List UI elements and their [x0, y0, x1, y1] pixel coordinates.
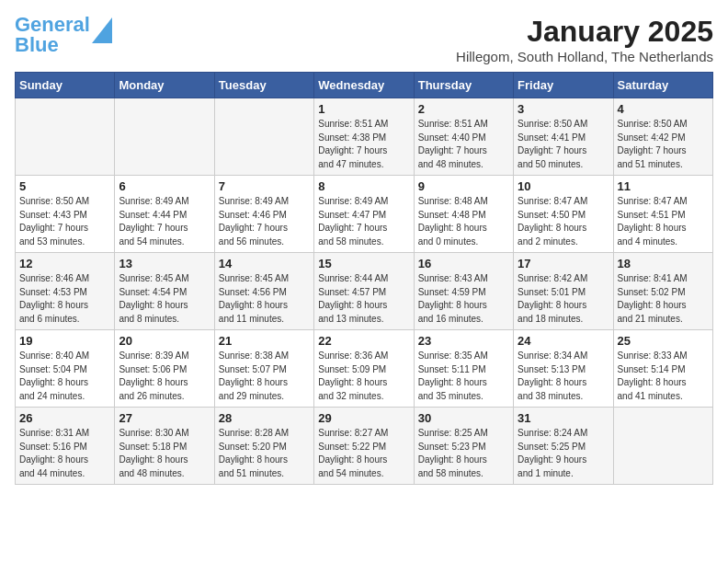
day-info: Sunrise: 8:46 AM Sunset: 4:53 PM Dayligh…	[19, 272, 110, 326]
day-info: Sunrise: 8:24 AM Sunset: 5:25 PM Dayligh…	[518, 427, 609, 480]
day-number: 7	[219, 179, 310, 193]
day-number: 30	[418, 411, 509, 425]
day-number: 3	[518, 102, 609, 116]
header-tuesday: Tuesday	[214, 73, 313, 98]
day-cell	[214, 98, 313, 176]
day-number: 18	[618, 257, 709, 270]
day-number: 8	[318, 179, 409, 193]
logo-text: GeneralBlue	[15, 15, 90, 55]
day-info: Sunrise: 8:45 AM Sunset: 4:56 PM Dayligh…	[219, 272, 310, 326]
svg-marker-0	[92, 17, 112, 43]
day-cell: 16Sunrise: 8:43 AM Sunset: 4:59 PM Dayli…	[414, 253, 513, 330]
day-number: 9	[418, 179, 509, 193]
day-info: Sunrise: 8:40 AM Sunset: 5:04 PM Dayligh…	[19, 350, 110, 403]
week-row-2: 5Sunrise: 8:50 AM Sunset: 4:43 PM Daylig…	[16, 176, 713, 253]
day-number: 21	[219, 334, 310, 348]
day-info: Sunrise: 8:30 AM Sunset: 5:18 PM Dayligh…	[119, 427, 210, 480]
day-cell: 8Sunrise: 8:49 AM Sunset: 4:47 PM Daylig…	[314, 176, 414, 253]
day-cell: 2Sunrise: 8:51 AM Sunset: 4:40 PM Daylig…	[414, 98, 513, 176]
day-number: 12	[19, 257, 110, 270]
day-info: Sunrise: 8:47 AM Sunset: 4:50 PM Dayligh…	[518, 195, 609, 248]
day-number: 29	[318, 411, 409, 425]
day-cell: 28Sunrise: 8:28 AM Sunset: 5:20 PM Dayli…	[214, 408, 313, 485]
header-monday: Monday	[115, 73, 214, 98]
day-info: Sunrise: 8:28 AM Sunset: 5:20 PM Dayligh…	[219, 427, 310, 480]
day-cell: 23Sunrise: 8:35 AM Sunset: 5:11 PM Dayli…	[414, 330, 513, 408]
day-cell: 4Sunrise: 8:50 AM Sunset: 4:42 PM Daylig…	[613, 98, 712, 176]
day-info: Sunrise: 8:39 AM Sunset: 5:06 PM Dayligh…	[119, 350, 210, 403]
day-cell	[16, 98, 115, 176]
day-info: Sunrise: 8:43 AM Sunset: 4:59 PM Dayligh…	[418, 272, 509, 326]
day-cell: 6Sunrise: 8:49 AM Sunset: 4:44 PM Daylig…	[115, 176, 214, 253]
day-cell: 12Sunrise: 8:46 AM Sunset: 4:53 PM Dayli…	[16, 253, 115, 330]
day-info: Sunrise: 8:51 AM Sunset: 4:40 PM Dayligh…	[418, 118, 509, 171]
day-number: 19	[19, 334, 110, 348]
day-info: Sunrise: 8:34 AM Sunset: 5:13 PM Dayligh…	[518, 350, 609, 403]
header-saturday: Saturday	[613, 73, 712, 98]
header-thursday: Thursday	[414, 73, 513, 98]
day-info: Sunrise: 8:33 AM Sunset: 5:14 PM Dayligh…	[618, 350, 709, 403]
day-number: 31	[518, 411, 609, 425]
day-info: Sunrise: 8:51 AM Sunset: 4:38 PM Dayligh…	[318, 118, 409, 171]
day-number: 1	[318, 102, 409, 116]
week-row-3: 12Sunrise: 8:46 AM Sunset: 4:53 PM Dayli…	[16, 253, 713, 330]
day-cell: 26Sunrise: 8:31 AM Sunset: 5:16 PM Dayli…	[16, 408, 115, 485]
day-info: Sunrise: 8:48 AM Sunset: 4:48 PM Dayligh…	[418, 195, 509, 248]
day-cell: 19Sunrise: 8:40 AM Sunset: 5:04 PM Dayli…	[16, 330, 115, 408]
day-info: Sunrise: 8:27 AM Sunset: 5:22 PM Dayligh…	[318, 427, 409, 480]
day-cell: 1Sunrise: 8:51 AM Sunset: 4:38 PM Daylig…	[314, 98, 414, 176]
day-number: 11	[618, 179, 709, 193]
page-header: GeneralBlue January 2025 Hillegom, South…	[15, 15, 713, 64]
day-cell: 11Sunrise: 8:47 AM Sunset: 4:51 PM Dayli…	[613, 176, 712, 253]
day-info: Sunrise: 8:42 AM Sunset: 5:01 PM Dayligh…	[518, 272, 609, 326]
day-info: Sunrise: 8:50 AM Sunset: 4:42 PM Dayligh…	[618, 118, 709, 171]
day-info: Sunrise: 8:36 AM Sunset: 5:09 PM Dayligh…	[318, 350, 409, 403]
day-number: 23	[418, 334, 509, 348]
day-info: Sunrise: 8:45 AM Sunset: 4:54 PM Dayligh…	[119, 272, 210, 326]
day-cell: 14Sunrise: 8:45 AM Sunset: 4:56 PM Dayli…	[214, 253, 313, 330]
title-block: January 2025 Hillegom, South Holland, Th…	[456, 15, 713, 64]
day-number: 10	[518, 179, 609, 193]
day-number: 24	[518, 334, 609, 348]
day-cell: 17Sunrise: 8:42 AM Sunset: 5:01 PM Dayli…	[514, 253, 613, 330]
week-row-1: 1Sunrise: 8:51 AM Sunset: 4:38 PM Daylig…	[16, 98, 713, 176]
day-cell	[115, 98, 214, 176]
day-cell: 24Sunrise: 8:34 AM Sunset: 5:13 PM Dayli…	[514, 330, 613, 408]
day-cell: 15Sunrise: 8:44 AM Sunset: 4:57 PM Dayli…	[314, 253, 414, 330]
day-info: Sunrise: 8:49 AM Sunset: 4:46 PM Dayligh…	[219, 195, 310, 248]
day-info: Sunrise: 8:50 AM Sunset: 4:43 PM Dayligh…	[19, 195, 110, 248]
day-cell: 10Sunrise: 8:47 AM Sunset: 4:50 PM Dayli…	[514, 176, 613, 253]
day-info: Sunrise: 8:47 AM Sunset: 4:51 PM Dayligh…	[618, 195, 709, 248]
calendar-table: SundayMondayTuesdayWednesdayThursdayFrid…	[15, 72, 713, 485]
day-number: 5	[19, 179, 110, 193]
day-number: 6	[119, 179, 210, 193]
day-cell: 3Sunrise: 8:50 AM Sunset: 4:41 PM Daylig…	[514, 98, 613, 176]
day-number: 20	[119, 334, 210, 348]
day-cell: 30Sunrise: 8:25 AM Sunset: 5:23 PM Dayli…	[414, 408, 513, 485]
day-number: 22	[318, 334, 409, 348]
week-row-4: 19Sunrise: 8:40 AM Sunset: 5:04 PM Dayli…	[16, 330, 713, 408]
day-cell: 22Sunrise: 8:36 AM Sunset: 5:09 PM Dayli…	[314, 330, 414, 408]
day-info: Sunrise: 8:38 AM Sunset: 5:07 PM Dayligh…	[219, 350, 310, 403]
day-info: Sunrise: 8:41 AM Sunset: 5:02 PM Dayligh…	[618, 272, 709, 326]
day-info: Sunrise: 8:25 AM Sunset: 5:23 PM Dayligh…	[418, 427, 509, 480]
month-title: January 2025	[456, 15, 713, 49]
day-cell: 21Sunrise: 8:38 AM Sunset: 5:07 PM Dayli…	[214, 330, 313, 408]
day-cell: 25Sunrise: 8:33 AM Sunset: 5:14 PM Dayli…	[613, 330, 712, 408]
location-title: Hillegom, South Holland, The Netherlands	[456, 49, 713, 64]
day-info: Sunrise: 8:49 AM Sunset: 4:47 PM Dayligh…	[318, 195, 409, 248]
day-number: 26	[19, 411, 110, 425]
day-cell: 7Sunrise: 8:49 AM Sunset: 4:46 PM Daylig…	[214, 176, 313, 253]
day-number: 16	[418, 257, 509, 270]
day-number: 25	[618, 334, 709, 348]
header-sunday: Sunday	[16, 73, 115, 98]
day-info: Sunrise: 8:31 AM Sunset: 5:16 PM Dayligh…	[19, 427, 110, 480]
day-number: 15	[318, 257, 409, 270]
day-cell: 29Sunrise: 8:27 AM Sunset: 5:22 PM Dayli…	[314, 408, 414, 485]
day-cell	[613, 408, 712, 485]
day-number: 17	[518, 257, 609, 270]
day-number: 28	[219, 411, 310, 425]
day-number: 27	[119, 411, 210, 425]
header-row: SundayMondayTuesdayWednesdayThursdayFrid…	[16, 73, 713, 98]
day-cell: 20Sunrise: 8:39 AM Sunset: 5:06 PM Dayli…	[115, 330, 214, 408]
